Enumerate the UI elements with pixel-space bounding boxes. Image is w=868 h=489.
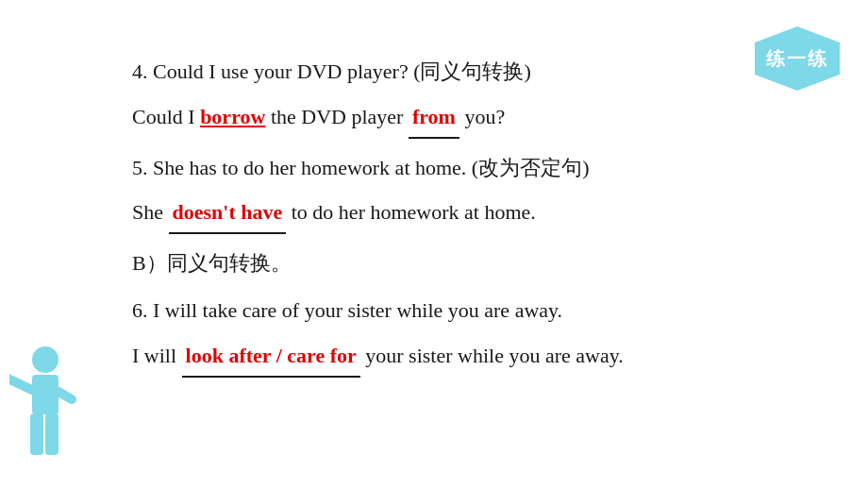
question-6-answer: I will look after / care for your sister… (132, 336, 811, 378)
svg-line-2 (9, 376, 32, 390)
svg-line-4 (58, 392, 72, 399)
question-4-label: 4. Could I use your DVD player? (同义句转换) (132, 52, 811, 92)
svg-rect-5 (30, 413, 43, 455)
q4-after: you? (459, 105, 505, 128)
q4-middle: the DVD player (265, 105, 409, 128)
q4-blank2: from (409, 97, 459, 139)
q5-after: to do her homework at home. (286, 200, 536, 224)
badge-label: 练一练 (766, 46, 828, 72)
q6-before: I will (132, 344, 182, 367)
svg-point-0 (32, 346, 58, 373)
q6-after: your sister while you are away. (360, 344, 624, 367)
q5-before: She (132, 200, 169, 224)
svg-rect-6 (45, 413, 58, 455)
question-5-label: 5. She has to do her homework at home. (… (132, 148, 811, 188)
section-b-header: B）同义句转换。 (132, 244, 811, 283)
svg-rect-1 (32, 375, 58, 414)
teacher-figure (9, 343, 94, 475)
question-4-answer: Could I borrow the DVD player from you? (132, 97, 811, 139)
question-6-label: 6. I will take care of your sister while… (132, 291, 811, 330)
q4-before: Could I (132, 105, 200, 128)
q5-blank1: doesn't have (169, 193, 287, 234)
q6-blank1: look after / care for (182, 336, 360, 378)
q4-blank1: borrow (200, 105, 265, 128)
question-5-answer: She doesn't have to do her homework at h… (132, 193, 811, 234)
main-content: 4. Could I use your DVD player? (同义句转换) … (0, 0, 868, 425)
